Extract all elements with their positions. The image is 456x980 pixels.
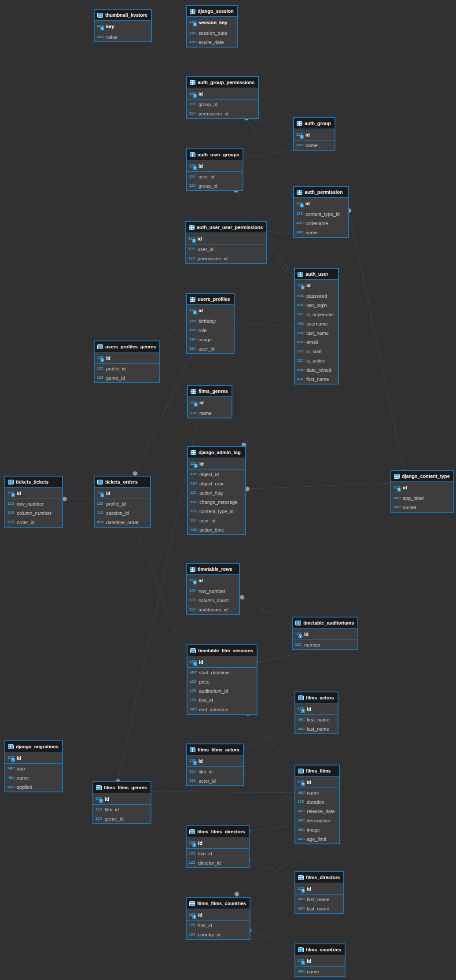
column-row[interactable]: 123row_number [5,499,62,508]
column-row[interactable]: 123id [294,198,348,209]
column-row[interactable]: 123user_id [188,516,245,525]
column-row[interactable]: ABCname [5,773,62,782]
table-timetable_film_sessions[interactable]: timetable_film_sessions123idABCstart_dat… [187,644,257,715]
column-row[interactable]: 123id [187,575,239,586]
column-row[interactable]: ABCobject_repr [188,479,245,488]
column-row[interactable]: 123id [295,777,339,788]
relation-line[interactable] [246,118,293,130]
column-row[interactable]: ABCname [294,228,348,237]
column-row[interactable]: 123id [391,482,453,493]
erd-canvas[interactable]: thumbnail_kvstoreABCkeyABCvaluedjango_se… [0,0,456,980]
table-users_profiles[interactable]: users_profiles123idABCbirthdayABCroleABC… [186,293,235,354]
column-row[interactable]: ABCsession_key [187,17,237,28]
relation-line[interactable] [247,483,390,489]
column-row[interactable]: 123group_id [187,100,258,109]
relation-line[interactable] [156,374,187,396]
relation-line[interactable] [264,231,294,278]
column-row[interactable]: 123genre_id [93,814,151,823]
column-row[interactable]: 123id [188,397,232,408]
column-row[interactable]: 123row_number [187,586,239,595]
column-row[interactable]: 123id [93,793,151,805]
column-row[interactable]: ABCapp [5,764,62,773]
column-row[interactable]: 123id [294,129,335,141]
column-row[interactable]: 123film_id [93,805,151,814]
column-row[interactable]: ABCname [295,788,339,797]
column-row[interactable]: 123id [187,755,243,767]
column-row[interactable]: 123id [187,305,234,316]
table-django_migrations[interactable]: django_migrations123idABCappABCnameABCap… [4,740,63,792]
table-thumbnail_kvstore[interactable]: thumbnail_kvstoreABCkeyABCvalue [94,9,152,42]
column-row[interactable]: ABCapplied [5,782,62,791]
table-tickets_orders[interactable]: tickets_orders123id123profile_id123sessi… [94,476,151,528]
column-row[interactable]: 123film_id [187,921,250,930]
column-row[interactable]: 123id [188,458,245,470]
relation-line[interactable] [65,498,94,499]
column-row[interactable]: 123id [295,955,345,967]
column-row[interactable]: ABCkey [95,21,151,32]
column-row[interactable]: 123id [186,233,266,244]
column-row[interactable]: 123id [5,488,62,499]
table-django_admin_log[interactable]: django_admin_log123idABCobject_idABCobje… [187,446,246,535]
table-django_session[interactable]: django_sessionABCsession_keyABCsession_d… [186,5,238,48]
column-row[interactable]: ABCimage [295,825,339,834]
column-row[interactable]: ABClast_login [295,300,338,310]
column-row[interactable]: ABClast_name [295,904,343,913]
relation-line[interactable] [136,525,187,665]
relation-line[interactable] [232,322,294,327]
column-row[interactable]: 123actor_id [187,776,243,785]
column-row[interactable]: 123id [95,352,159,364]
column-row[interactable]: 123is_active [295,356,338,365]
column-row[interactable]: 123auditorium_id [188,686,257,695]
column-row[interactable]: ABCbirthday [187,316,234,325]
column-row[interactable]: 123column_number [5,508,62,518]
column-row[interactable]: 123id [295,703,338,715]
table-films_films_countries[interactable]: films_films_countries123id123film_id123c… [186,897,250,940]
relation-line[interactable] [242,727,294,749]
column-row[interactable]: 123session_id [95,508,150,518]
table-films_genres[interactable]: films_genres123idABCname [187,385,232,418]
column-row[interactable]: 123profile_id [95,499,150,508]
column-row[interactable]: 123permission_id [186,254,266,263]
column-row[interactable]: ABCrole [187,325,234,335]
relation-line[interactable] [248,859,294,879]
column-row[interactable]: 123is_staff [295,347,338,356]
column-row[interactable]: 123number [293,640,357,649]
column-row[interactable]: 123profile_id [95,364,159,373]
column-row[interactable]: ABCdate_joined [295,365,338,374]
column-row[interactable]: ABCexpire_date [187,37,237,47]
column-row[interactable]: 123film_id [188,695,257,705]
relation-line[interactable] [248,825,294,831]
relation-line[interactable] [148,791,294,793]
column-row[interactable]: 123user_id [187,172,243,181]
column-row[interactable]: 123column_count [187,595,239,605]
column-row[interactable]: 123group_id [187,181,243,190]
table-films_films_directors[interactable]: films_films_directors123id123film_id123d… [186,825,250,868]
relation-line[interactable] [349,211,404,470]
column-row[interactable]: ABCemail [295,337,338,347]
table-auth_user[interactable]: auth_user123idABCpasswordABClast_login12… [294,268,339,385]
column-row[interactable]: 123film_id [187,767,243,776]
column-row[interactable]: 123permission_id [187,109,258,118]
column-row[interactable]: 123price [188,677,257,686]
column-row[interactable]: ABCdatetime_order [95,518,150,527]
table-films_countries[interactable]: films_countries123idABCname [294,943,346,977]
table-timetable_rows[interactable]: timetable_rows123id123row_number123colum… [186,563,240,615]
column-row[interactable]: ABCstart_datetime [188,668,257,677]
table-films_films[interactable]: films_films123idABCname123durationABCrel… [294,765,340,844]
column-row[interactable]: ABCimage [187,335,234,344]
column-row[interactable]: 123country_id [187,930,250,939]
column-row[interactable]: ABClast_name [295,328,338,337]
column-row[interactable]: 123id [295,280,338,291]
relation-line[interactable] [248,714,294,772]
column-row[interactable]: ABCobject_id [188,470,245,479]
relation-line[interactable] [244,383,314,445]
column-row[interactable]: ABCfirst_name [295,895,343,904]
column-row[interactable]: 123id [293,629,357,640]
column-row[interactable]: 123user_id [187,344,234,353]
column-row[interactable]: 123id [187,837,249,849]
column-row[interactable]: ABCname [294,141,335,150]
column-row[interactable]: ABCcodename [294,218,348,228]
relation-line[interactable] [249,930,294,948]
column-row[interactable]: 123id [5,752,62,764]
column-row[interactable]: ABCname [295,967,345,976]
